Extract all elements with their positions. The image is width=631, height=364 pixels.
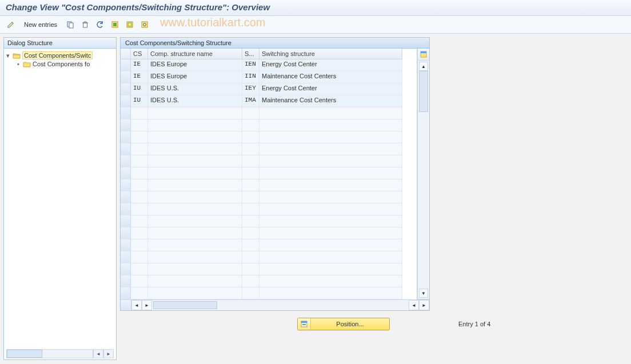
cell-comp-structure-name[interactable]: [148, 179, 242, 191]
cell-s[interactable]: [242, 179, 259, 191]
tree-node-child[interactable]: • Cost Components fo: [5, 60, 115, 68]
cell-s[interactable]: [242, 215, 259, 227]
row-selector[interactable]: [121, 107, 131, 119]
row-selector[interactable]: [121, 215, 131, 227]
grid-hscroll[interactable]: ◄ ► ◄ ►: [121, 299, 429, 310]
cell-switching-structure[interactable]: [259, 167, 402, 179]
cell-s[interactable]: [242, 227, 259, 239]
cell-cs[interactable]: IE: [131, 59, 148, 71]
grid-hscroll-left-outer[interactable]: ◄: [409, 300, 419, 310]
row-selector[interactable]: [121, 275, 131, 287]
cell-switching-structure[interactable]: [259, 287, 402, 299]
cell-comp-structure-name[interactable]: [148, 263, 242, 275]
col-comp-structure-name[interactable]: Comp. structure name: [148, 49, 242, 59]
cell-comp-structure-name[interactable]: IDES U.S.: [148, 83, 242, 95]
cell-s[interactable]: [242, 263, 259, 275]
cell-s[interactable]: [242, 239, 259, 251]
cell-switching-structure[interactable]: Maintenance Cost Centers: [259, 71, 402, 83]
cell-s[interactable]: IEN: [242, 59, 259, 71]
cell-s[interactable]: [242, 143, 259, 155]
row-selector[interactable]: [121, 119, 131, 131]
cell-comp-structure-name[interactable]: [148, 251, 242, 263]
row-selector[interactable]: [121, 179, 131, 191]
cell-cs[interactable]: [131, 179, 148, 191]
col-s[interactable]: S...: [242, 49, 259, 59]
row-selector[interactable]: [121, 143, 131, 155]
cell-s[interactable]: [242, 251, 259, 263]
new-entries-button[interactable]: New entries: [19, 19, 62, 30]
delete-button[interactable]: [79, 18, 91, 31]
cell-switching-structure[interactable]: [259, 239, 402, 251]
cell-cs[interactable]: [131, 275, 148, 287]
cell-cs[interactable]: [131, 227, 148, 239]
cell-switching-structure[interactable]: [259, 179, 402, 191]
cell-switching-structure[interactable]: [259, 119, 402, 131]
cell-cs[interactable]: [131, 143, 148, 155]
cell-comp-structure-name[interactable]: [148, 107, 242, 119]
cell-s[interactable]: IMA: [242, 95, 259, 107]
cell-comp-structure-name[interactable]: IDES Europe: [148, 71, 242, 83]
cell-comp-structure-name[interactable]: [148, 203, 242, 215]
cell-cs[interactable]: [131, 287, 148, 299]
cell-switching-structure[interactable]: [259, 143, 402, 155]
cell-cs[interactable]: [131, 155, 148, 167]
row-selector[interactable]: [121, 155, 131, 167]
table-row-empty[interactable]: [121, 287, 417, 299]
cell-s[interactable]: [242, 119, 259, 131]
cell-s[interactable]: [242, 203, 259, 215]
cell-switching-structure[interactable]: Energy Cost Center: [259, 83, 402, 95]
row-selector[interactable]: [121, 71, 131, 83]
cell-comp-structure-name[interactable]: [148, 191, 242, 203]
grid-hscroll-right-inner[interactable]: ►: [142, 300, 152, 310]
cell-comp-structure-name[interactable]: [148, 143, 242, 155]
cell-s[interactable]: [242, 275, 259, 287]
row-selector[interactable]: [121, 263, 131, 275]
table-row-empty[interactable]: [121, 275, 417, 287]
cell-switching-structure[interactable]: [259, 155, 402, 167]
cell-comp-structure-name[interactable]: [148, 119, 242, 131]
table-row[interactable]: IEIDES EuropeIINMaintenance Cost Centers: [121, 71, 417, 83]
table-row-empty[interactable]: [121, 107, 417, 119]
cell-switching-structure[interactable]: Maintenance Cost Centers: [259, 95, 402, 107]
grid-hscroll-left-inner[interactable]: ◄: [131, 300, 142, 310]
position-button[interactable]: Position...: [297, 318, 390, 330]
tree-hscroll-left[interactable]: ◄: [93, 349, 103, 358]
configure-button[interactable]: [138, 18, 151, 31]
cell-comp-structure-name[interactable]: IDES Europe: [148, 59, 242, 71]
cell-comp-structure-name[interactable]: [148, 167, 242, 179]
table-row[interactable]: IUIDES U.S.IEYEnergy Cost Center: [121, 83, 417, 95]
tree-hscroll-right[interactable]: ►: [103, 349, 114, 358]
tree-hscroll-track[interactable]: [6, 349, 93, 358]
col-cs[interactable]: CS: [131, 49, 148, 59]
cell-cs[interactable]: [131, 191, 148, 203]
table-row[interactable]: IEIDES EuropeIENEnergy Cost Center: [121, 59, 417, 71]
cell-cs[interactable]: [131, 263, 148, 275]
cell-s[interactable]: [242, 167, 259, 179]
grid-vscroll[interactable]: ▲ ▼: [418, 61, 429, 299]
table-row-empty[interactable]: [121, 179, 417, 191]
grid-hscroll-thumb[interactable]: [153, 301, 217, 309]
tree-node-root[interactable]: ▾ Cost Components/Switc: [5, 51, 115, 60]
cell-s[interactable]: IIN: [242, 71, 259, 83]
expand-collapse-icon[interactable]: ▾: [5, 52, 11, 59]
cell-comp-structure-name[interactable]: [148, 227, 242, 239]
cell-switching-structure[interactable]: [259, 107, 402, 119]
cell-switching-structure[interactable]: [259, 191, 402, 203]
table-row-empty[interactable]: [121, 239, 417, 251]
cell-cs[interactable]: [131, 119, 148, 131]
table-row-empty[interactable]: [121, 143, 417, 155]
cell-cs[interactable]: [131, 203, 148, 215]
cell-s[interactable]: [242, 107, 259, 119]
toggle-edit-button[interactable]: [5, 18, 17, 31]
table-row-empty[interactable]: [121, 251, 417, 263]
table-row-empty[interactable]: [121, 167, 417, 179]
table-row-empty[interactable]: [121, 203, 417, 215]
row-selector[interactable]: [121, 203, 131, 215]
cell-cs[interactable]: [131, 167, 148, 179]
table-row-empty[interactable]: [121, 227, 417, 239]
select-all-button[interactable]: [109, 18, 121, 31]
table-row-empty[interactable]: [121, 263, 417, 275]
cell-switching-structure[interactable]: Energy Cost Center: [259, 59, 402, 71]
cell-comp-structure-name[interactable]: [148, 131, 242, 143]
row-selector[interactable]: [121, 59, 131, 71]
